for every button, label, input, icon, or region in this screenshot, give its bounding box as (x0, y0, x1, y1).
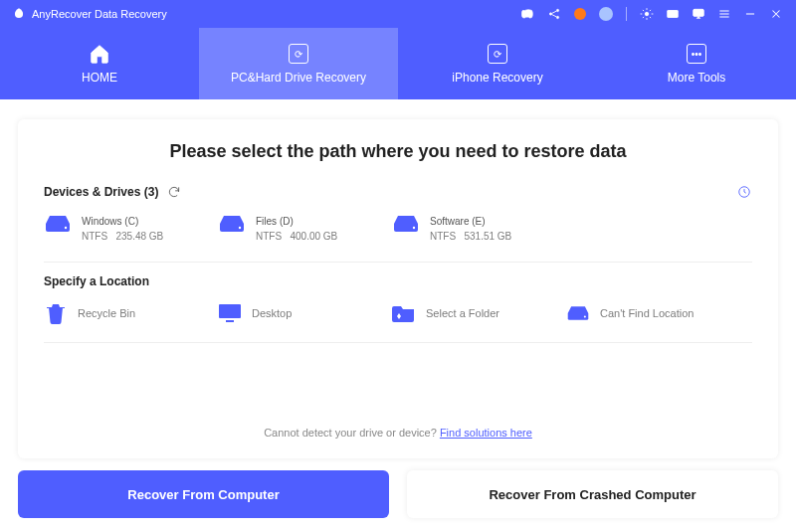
drive-fs: NTFS (82, 231, 107, 242)
more-tools-icon: ••• (686, 43, 707, 65)
bottom-action-bar: Recover From Computer Recover From Crash… (0, 470, 796, 532)
tab-label: HOME (82, 71, 117, 85)
hard-drive-icon (218, 214, 246, 234)
menu-icon[interactable] (716, 6, 732, 22)
drive-name: Files (D) (256, 214, 337, 229)
svg-point-0 (549, 13, 551, 15)
titlebar-separator (626, 7, 627, 21)
svg-point-2 (556, 16, 558, 18)
settings-gear-icon[interactable] (639, 6, 655, 22)
recover-from-computer-button[interactable]: Recover From Computer (18, 470, 389, 518)
svg-rect-10 (219, 304, 241, 318)
share-icon[interactable] (546, 6, 562, 22)
svg-point-8 (239, 227, 241, 229)
drive-size: 235.48 GB (115, 231, 163, 242)
drive-info: Software (E) NTFS 531.51 GB (430, 214, 511, 244)
drive-item-e[interactable]: Software (E) NTFS 531.51 GB (392, 214, 556, 244)
svg-point-1 (556, 9, 558, 11)
recover-from-crashed-button[interactable]: Recover From Crashed Computer (407, 470, 778, 518)
desktop-icon (218, 302, 242, 324)
discord-icon[interactable] (520, 6, 536, 22)
devices-section-title: Devices & Drives (3) (44, 185, 158, 199)
location-label: Can't Find Location (600, 307, 694, 319)
app-title: AnyRecover Data Recovery (32, 8, 167, 20)
refresh-icon[interactable] (166, 184, 182, 200)
drives-list: Windows (C) NTFS 235.48 GB Files (D) NTF… (44, 200, 752, 262)
folder-icon (392, 302, 416, 324)
drive-item-d[interactable]: Files (D) NTFS 400.00 GB (218, 214, 382, 244)
unknown-drive-icon (566, 302, 590, 324)
location-label: Recycle Bin (78, 307, 135, 319)
close-icon[interactable] (768, 6, 784, 22)
location-desktop[interactable]: Desktop (218, 302, 382, 324)
page-headline: Please select the path where you need to… (44, 141, 752, 162)
svg-rect-5 (694, 9, 704, 16)
drive-name: Windows (C) (82, 214, 163, 229)
tab-iphone-recovery[interactable]: ⟳ iPhone Recovery (398, 28, 597, 99)
svg-point-3 (645, 12, 649, 16)
hint-prefix: Cannot detect your drive or device? (264, 427, 440, 439)
drive-size: 531.51 GB (464, 231, 511, 242)
devices-section-title-row: Devices & Drives (3) (44, 184, 182, 200)
tab-label: More Tools (668, 71, 725, 85)
drive-fs: NTFS (430, 231, 456, 242)
history-icon[interactable] (736, 184, 752, 200)
hard-drive-icon (44, 214, 72, 234)
app-logo-icon (12, 7, 26, 21)
notification-dot-icon[interactable] (572, 6, 588, 22)
tab-more-tools[interactable]: ••• More Tools (597, 28, 796, 99)
nav-tabs: HOME ⟳ PC&Hard Drive Recovery ⟳ iPhone R… (0, 28, 796, 99)
main-card: Please select the path where you need to… (18, 119, 778, 458)
hint-link[interactable]: Find solutions here (440, 427, 532, 439)
locations-section-title: Specify a Location (44, 274, 752, 288)
iphone-recovery-icon: ⟳ (487, 43, 508, 65)
locations-list: Recycle Bin Desktop Select a Folder (44, 288, 752, 342)
mail-icon[interactable] (665, 6, 681, 22)
app-window: AnyRecover Data Recovery (0, 0, 796, 532)
divider (44, 342, 752, 343)
home-icon (89, 43, 110, 65)
svg-point-9 (413, 227, 415, 229)
hint-text: Cannot detect your drive or device? Find… (44, 407, 752, 452)
location-recycle-bin[interactable]: Recycle Bin (44, 302, 208, 324)
minimize-icon[interactable] (742, 6, 758, 22)
account-avatar-icon[interactable] (598, 6, 614, 22)
svg-point-7 (65, 227, 67, 229)
svg-rect-11 (226, 320, 234, 322)
drive-fs: NTFS (256, 231, 282, 242)
hard-drive-icon (392, 214, 420, 234)
tab-label: PC&Hard Drive Recovery (231, 71, 366, 85)
recycle-bin-icon (44, 302, 68, 324)
drive-size: 400.00 GB (290, 231, 337, 242)
content-area: Please select the path where you need to… (0, 99, 796, 470)
drive-name: Software (E) (430, 214, 511, 229)
location-label: Desktop (252, 307, 292, 319)
location-select-folder[interactable]: Select a Folder (392, 302, 556, 324)
location-label: Select a Folder (426, 307, 499, 319)
drive-info: Windows (C) NTFS 235.48 GB (82, 214, 163, 244)
titlebar-actions (520, 6, 784, 22)
location-cant-find[interactable]: Can't Find Location (566, 302, 730, 324)
drive-item-c[interactable]: Windows (C) NTFS 235.48 GB (44, 214, 208, 244)
devices-section-header: Devices & Drives (3) (44, 184, 752, 200)
feedback-icon[interactable] (691, 6, 706, 22)
drive-recovery-icon: ⟳ (288, 43, 309, 65)
drive-info: Files (D) NTFS 400.00 GB (256, 214, 337, 244)
tab-home[interactable]: HOME (0, 28, 199, 99)
titlebar: AnyRecover Data Recovery (0, 0, 796, 28)
svg-point-12 (584, 315, 586, 317)
tab-label: iPhone Recovery (452, 71, 542, 85)
tab-pc-recovery[interactable]: ⟳ PC&Hard Drive Recovery (199, 28, 398, 99)
divider (44, 262, 752, 263)
